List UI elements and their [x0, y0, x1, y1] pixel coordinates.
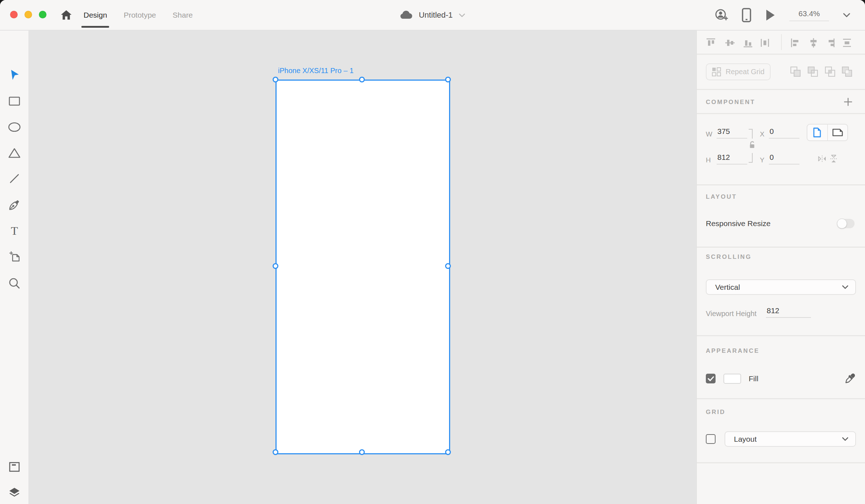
boolean-exclude-icon[interactable]: [841, 66, 853, 78]
section-divider: [697, 184, 865, 185]
distribute-vertical-icon[interactable]: [841, 37, 853, 49]
width-field-label: W: [706, 130, 712, 138]
minimize-window-button[interactable]: [24, 11, 32, 18]
selection-handle-top-center[interactable]: [359, 77, 365, 82]
selection-handle-top-left[interactable]: [273, 77, 278, 82]
zoom-menu-chevron-icon[interactable]: [843, 13, 851, 18]
cloud-icon: [399, 10, 413, 20]
home-icon[interactable]: [60, 9, 73, 22]
section-divider: [697, 89, 865, 90]
tab-share-label: Share: [172, 11, 193, 19]
component-section-header: COMPONENT: [706, 99, 756, 106]
property-inspector: Repeat Grid: [696, 31, 865, 504]
height-input[interactable]: [717, 153, 747, 165]
line-tool-icon[interactable]: [7, 171, 22, 186]
zoom-level-value[interactable]: 63.4%: [789, 9, 829, 21]
align-top-icon[interactable]: [705, 37, 717, 49]
artboard-tool-icon[interactable]: [7, 249, 22, 264]
grid-type-value: Layout: [734, 435, 757, 444]
selection-handle-bottom-left[interactable]: [273, 449, 278, 455]
zoom-level-field[interactable]: 63.4%: [789, 9, 829, 21]
viewport-height-input[interactable]: [766, 306, 811, 318]
grid-type-dropdown[interactable]: Layout: [725, 431, 856, 447]
viewport-height-label: Viewport Height: [706, 310, 757, 318]
fill-label: Fill: [749, 374, 758, 383]
boolean-add-icon[interactable]: [789, 66, 802, 78]
scroll-direction-dropdown[interactable]: Vertical: [706, 279, 856, 295]
orientation-toggle: [807, 124, 848, 141]
tab-share[interactable]: Share: [172, 0, 193, 30]
selection-handle-top-right[interactable]: [445, 77, 451, 82]
document-title-menu[interactable]: Untitled-1: [399, 0, 466, 30]
align-left-icon[interactable]: [789, 37, 802, 49]
chevron-down-icon: [458, 13, 466, 18]
invite-collaborator-icon[interactable]: [714, 8, 728, 22]
toggle-knob: [837, 219, 847, 229]
selection-handle-bottom-right[interactable]: [445, 449, 451, 455]
polygon-tool-icon[interactable]: [7, 146, 22, 160]
y-input[interactable]: [769, 153, 799, 165]
svg-text:T: T: [11, 225, 18, 237]
boolean-intersect-icon[interactable]: [824, 66, 836, 78]
ellipse-tool-icon[interactable]: [7, 120, 22, 134]
section-divider: [697, 462, 865, 463]
section-divider: [697, 247, 865, 248]
rectangle-tool-icon[interactable]: [7, 94, 22, 108]
zoom-tool-icon[interactable]: [7, 276, 22, 291]
chevron-down-icon: [842, 437, 849, 441]
repeat-grid-icon: [712, 67, 721, 77]
layers-panel-icon[interactable]: [7, 486, 22, 500]
align-bottom-icon[interactable]: [742, 37, 754, 49]
appearance-section-header: APPEARANCE: [706, 347, 759, 355]
portrait-orientation-button[interactable]: [807, 125, 827, 140]
scrolling-section-header: SCROLLING: [706, 253, 752, 261]
check-icon: [708, 376, 714, 381]
flip-vertical-icon[interactable]: [829, 154, 838, 163]
fill-color-swatch[interactable]: [723, 374, 741, 384]
active-tab-underline: [81, 26, 109, 28]
add-component-icon[interactable]: [843, 97, 853, 107]
align-right-icon[interactable]: [824, 37, 836, 49]
align-center-horizontal-icon[interactable]: [807, 37, 820, 49]
zoom-window-button[interactable]: [39, 11, 46, 18]
layout-section-header: LAYOUT: [706, 193, 737, 201]
grid-section-header: GRID: [706, 409, 726, 416]
section-divider: [697, 398, 865, 399]
document-title: Untitled-1: [419, 10, 453, 20]
section-divider: [697, 113, 865, 114]
y-field-label: Y: [760, 156, 765, 164]
tab-design-label: Design: [84, 11, 107, 19]
width-input[interactable]: [717, 127, 747, 139]
align-middle-vertical-icon[interactable]: [724, 37, 736, 49]
fill-enabled-checkbox[interactable]: [706, 374, 716, 383]
responsive-resize-toggle[interactable]: [837, 219, 855, 228]
landscape-orientation-button[interactable]: [827, 125, 848, 140]
tab-design[interactable]: Design: [84, 0, 107, 30]
tab-prototype-label: Prototype: [124, 11, 156, 19]
artboard-name-label[interactable]: iPhone X/XS/11 Pro – 1: [278, 67, 354, 75]
artboard[interactable]: [277, 81, 449, 453]
flip-horizontal-icon[interactable]: [818, 155, 826, 163]
selection-handle-middle-right[interactable]: [445, 263, 451, 269]
assets-panel-icon[interactable]: [7, 460, 22, 474]
tools-sidebar: T: [0, 31, 29, 504]
preview-play-icon[interactable]: [765, 9, 776, 21]
scroll-direction-value: Vertical: [715, 283, 740, 292]
close-window-button[interactable]: [10, 11, 18, 18]
text-tool-icon[interactable]: T: [7, 224, 22, 238]
device-preview-icon[interactable]: [742, 8, 751, 22]
boolean-subtract-icon[interactable]: [807, 66, 819, 78]
select-tool-icon[interactable]: [7, 68, 22, 82]
grid-enabled-checkbox[interactable]: [706, 434, 716, 444]
repeat-grid-button[interactable]: Repeat Grid: [706, 63, 771, 80]
pen-tool-icon[interactable]: [7, 198, 22, 212]
selection-handle-bottom-center[interactable]: [359, 449, 365, 455]
tab-prototype[interactable]: Prototype: [124, 0, 156, 30]
window-controls: [10, 11, 46, 18]
x-input[interactable]: [769, 127, 799, 139]
selection-handle-middle-left[interactable]: [273, 263, 278, 269]
distribute-horizontal-icon[interactable]: [759, 37, 771, 49]
adobe-xd-window: Design Prototype Share Untitled-1: [0, 0, 865, 504]
eyedropper-icon[interactable]: [844, 372, 857, 384]
lock-aspect-ratio-icon[interactable]: [747, 129, 757, 163]
